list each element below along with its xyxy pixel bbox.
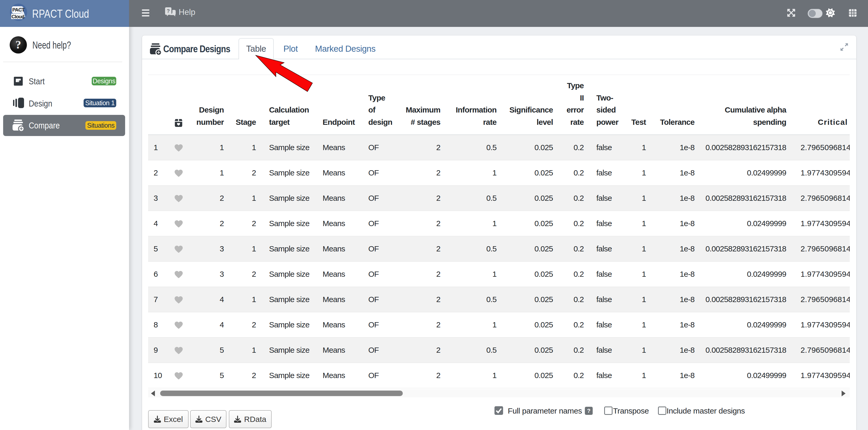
svg-text:PACT: PACT [12, 7, 25, 12]
svg-text:?: ? [16, 38, 21, 51]
svg-text:Cloud: Cloud [11, 14, 24, 19]
svg-text:?: ? [167, 8, 170, 14]
